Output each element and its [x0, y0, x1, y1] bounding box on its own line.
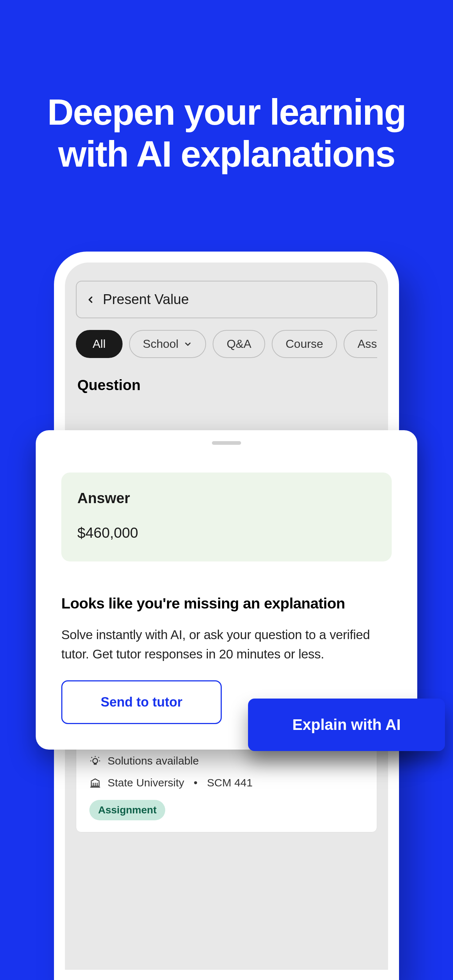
- filter-label-assignment: Assign: [357, 337, 377, 351]
- answer-value: $460,000: [77, 525, 376, 541]
- question-section-label: Question: [77, 377, 377, 393]
- headline-line-2: with AI explanations: [58, 134, 395, 174]
- svg-point-5: [93, 758, 97, 763]
- doc-school-row: State University • SCM 441: [89, 776, 364, 789]
- institution-icon: [89, 777, 101, 789]
- chevron-left-icon: [85, 294, 96, 305]
- filter-label-course: Course: [286, 337, 323, 351]
- sheet-title: Looks like you're missing an explanation: [61, 595, 392, 612]
- answer-label: Answer: [77, 490, 376, 506]
- assignment-badge: Assignment: [89, 800, 165, 820]
- navigation-bar[interactable]: Present Value: [76, 281, 377, 318]
- sheet-body: Solve instantly with AI, or ask your que…: [61, 625, 392, 663]
- filter-chip-all[interactable]: All: [76, 330, 123, 358]
- school-name: State University: [108, 776, 184, 789]
- solutions-label: Solutions available: [108, 755, 199, 767]
- marketing-headline: Deepen your learning with AI explanation…: [0, 0, 453, 175]
- filter-label-all: All: [93, 337, 106, 351]
- filter-label-qa: Q&A: [226, 337, 251, 351]
- filter-chip-course[interactable]: Course: [272, 330, 337, 358]
- filter-chips-row: All School Q&A Course Assign: [76, 330, 377, 358]
- filter-chip-assignment[interactable]: Assign: [344, 330, 377, 358]
- nav-title: Present Value: [103, 292, 189, 307]
- meta-separator: •: [194, 776, 198, 789]
- headline-line-1: Deepen your learning: [48, 92, 405, 132]
- answer-card: Answer $460,000: [61, 473, 392, 562]
- course-code: SCM 441: [207, 776, 253, 789]
- send-to-tutor-button[interactable]: Send to tutor: [61, 680, 222, 724]
- chevron-down-icon: [183, 340, 192, 348]
- filter-chip-qa[interactable]: Q&A: [213, 330, 265, 358]
- doc-solutions-row: Solutions available: [89, 755, 364, 767]
- filter-label-school: School: [143, 337, 179, 351]
- sheet-drag-handle[interactable]: [212, 441, 241, 445]
- svg-line-1: [91, 757, 92, 758]
- filter-chip-school[interactable]: School: [129, 330, 206, 358]
- svg-line-2: [99, 757, 99, 758]
- explain-with-ai-button[interactable]: Explain with AI: [248, 698, 445, 751]
- lightbulb-icon: [89, 755, 101, 767]
